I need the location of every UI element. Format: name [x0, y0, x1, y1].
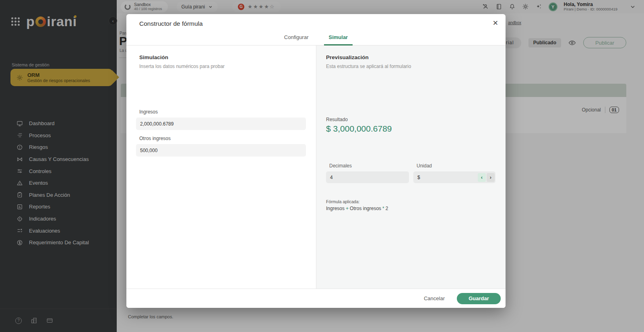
formula-term: 2	[386, 206, 388, 211]
applied-formula: Ingresos+Otros ingresos*2	[326, 206, 388, 211]
decimals-label: Decimales	[329, 163, 409, 169]
simulation-subheading: Inserta los datos numéricos para probar	[139, 64, 225, 69]
applied-formula-label: Fórmula aplicada:	[326, 199, 359, 204]
cancel-button[interactable]: Cancelar	[424, 295, 445, 301]
formula-operator: +	[345, 206, 350, 211]
otros-ingresos-label: Otros ingresos	[139, 136, 306, 141]
modal-footer: Cancelar Guardar	[126, 289, 506, 308]
unit-field: Unidad ‹ ›	[413, 163, 495, 183]
close-icon[interactable]: ✕	[493, 19, 498, 27]
formula-operator: *	[381, 206, 386, 211]
decimals-field: Decimales	[326, 163, 409, 183]
unit-prev-button[interactable]: ‹	[478, 173, 486, 182]
otros-ingresos-input[interactable]	[136, 144, 306, 157]
field-otros-ingresos: Otros ingresos	[136, 136, 306, 157]
formula-term: Ingresos	[326, 206, 345, 211]
simulation-heading: Simulación	[139, 54, 225, 60]
field-ingresos: Ingresos	[136, 109, 306, 130]
tab-simular[interactable]: Simular	[324, 34, 353, 45]
ingresos-input[interactable]	[136, 118, 306, 130]
preview-panel: Previsualización Esta estructura se apli…	[316, 45, 506, 289]
formula-builder-modal: Constructor de fórmula ✕ Configurar Simu…	[126, 14, 506, 308]
unit-label: Unidad	[417, 163, 495, 169]
save-button[interactable]: Guardar	[457, 293, 501, 304]
unit-next-button[interactable]: ›	[487, 173, 495, 182]
preview-subheading: Esta estructura se aplicará al formulari…	[326, 64, 411, 69]
result-label: Resultado	[326, 117, 348, 122]
formula-term: Otros ingresos	[350, 206, 381, 211]
decimals-input[interactable]	[326, 171, 409, 183]
modal-tabs: Configurar Simular	[126, 34, 506, 45]
ingresos-label: Ingresos	[139, 109, 306, 115]
result-value: $ 3,000,000.6789	[326, 124, 392, 134]
modal-title: Constructor de fórmula	[139, 20, 203, 27]
preview-heading: Previsualización	[326, 54, 411, 60]
tab-configurar[interactable]: Configurar	[279, 34, 314, 45]
simulation-panel: Simulación Inserta los datos numéricos p…	[126, 45, 316, 289]
